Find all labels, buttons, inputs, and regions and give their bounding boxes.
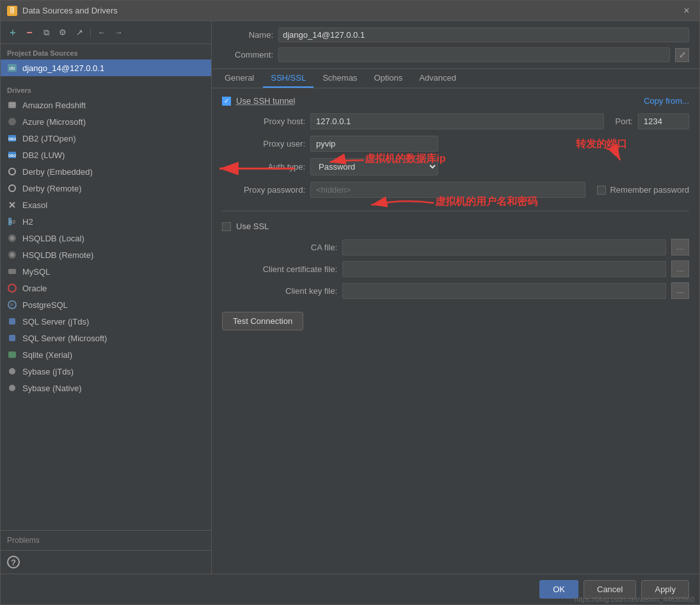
- ssl-label: Use SSL: [236, 222, 269, 231]
- client-cert-label: Client certificate file:: [222, 264, 337, 274]
- sybase-jtds-icon: [7, 366, 17, 376]
- sidebar-item-oracle[interactable]: Oracle: [1, 280, 211, 296]
- sidebar-item-db2-luw[interactable]: DB2 DB2 (LUW): [1, 147, 211, 163]
- sidebar-item-django[interactable]: db django_14@127.0.0.1: [1, 60, 211, 76]
- sidebar-item-derby-remote[interactable]: Derby (Remote): [1, 180, 211, 197]
- ca-file-row: CA file: …: [222, 239, 689, 255]
- h2-icon: H2: [7, 216, 17, 227]
- oracle-label: Oracle: [22, 284, 47, 293]
- svg-point-10: [9, 168, 15, 175]
- port-input[interactable]: [638, 113, 689, 129]
- amazon-redshift-label: Amazon Redshift: [22, 101, 86, 110]
- proxy-host-input[interactable]: [310, 113, 604, 129]
- sidebar-item-sybase-native[interactable]: Sybase (Native): [1, 380, 211, 396]
- forward-button[interactable]: →: [111, 26, 125, 40]
- sidebar-item-hsqldb-remote[interactable]: HSQLDB (Remote): [1, 246, 211, 263]
- back-button[interactable]: ←: [95, 26, 109, 40]
- client-cert-input[interactable]: [342, 261, 666, 277]
- sidebar-item-mysql[interactable]: MySQL: [1, 263, 211, 280]
- sidebar-item-db2-jtopen[interactable]: DB2 DB2 (JTOpen): [1, 130, 211, 147]
- ca-file-input[interactable]: [342, 239, 666, 255]
- oracle-icon: [7, 283, 17, 293]
- sidebar-item-postgresql[interactable]: P PostgreSQL: [1, 296, 211, 313]
- proxy-password-row: Proxy password: Remember password: [222, 182, 689, 198]
- ssh-section: Use SSH tunnel Copy from... Proxy host: …: [222, 96, 689, 198]
- sidebar-item-exasol[interactable]: Exasol: [1, 197, 211, 213]
- azure-icon: [7, 117, 17, 127]
- ok-button[interactable]: OK: [539, 580, 578, 599]
- sidebar-item-derby-embedded[interactable]: Derby (Embedded): [1, 163, 211, 180]
- sidebar-item-amazon-redshift[interactable]: Amazon Redshift: [1, 97, 211, 113]
- sidebar-item-sybase-jtds[interactable]: Sybase (jTds): [1, 363, 211, 380]
- svg-text:P: P: [10, 302, 13, 308]
- sidebar-item-sqlserver-microsoft[interactable]: SQL Server (Microsoft): [1, 330, 211, 346]
- client-key-label: Client key file:: [222, 286, 337, 296]
- expand-comment-button[interactable]: ⤢: [675, 48, 689, 62]
- remember-password-label: Remember password: [610, 185, 689, 195]
- url-watermark: https://blog.csdn.net/weixin_44630560: [575, 595, 699, 603]
- proxy-password-input[interactable]: [310, 182, 585, 198]
- copy-from-link[interactable]: Copy from...: [644, 96, 689, 106]
- proxy-user-row: Proxy user:: [222, 136, 689, 152]
- svg-text:DB2: DB2: [8, 154, 17, 157]
- sidebar-item-hsqldb-local[interactable]: HSQLDB (Local): [1, 230, 211, 246]
- form-header: Name: Comment: ⤢: [212, 21, 699, 69]
- derby-embedded-icon: [7, 166, 17, 177]
- ca-file-label: CA file:: [222, 243, 337, 252]
- svg-rect-25: [9, 335, 15, 341]
- add-datasource-button[interactable]: +: [6, 26, 20, 40]
- drivers-section: Drivers Amazon Redshift Azure (Microsoft…: [1, 81, 211, 396]
- remember-password-checkbox[interactable]: [597, 186, 606, 195]
- exasol-icon: [7, 200, 17, 210]
- client-key-input[interactable]: [342, 283, 666, 299]
- sidebar: + − ⧉ ⚙ ↗ ← →: [1, 21, 212, 574]
- toolbar-separator: [90, 28, 91, 38]
- svg-rect-2: [8, 102, 16, 108]
- sybase-native-icon: [7, 383, 17, 393]
- name-input[interactable]: [278, 28, 689, 42]
- copy-datasource-button[interactable]: ⧉: [39, 26, 53, 40]
- comment-input[interactable]: [278, 47, 670, 62]
- tab-schemas[interactable]: Schemas: [315, 69, 365, 88]
- title-bar-icon: 🗄: [7, 6, 17, 16]
- client-key-browse-button[interactable]: …: [671, 282, 689, 299]
- ssl-checkbox[interactable]: [222, 222, 231, 231]
- tab-advanced[interactable]: Advanced: [411, 69, 464, 88]
- proxy-user-input[interactable]: [310, 136, 438, 152]
- tab-general[interactable]: General: [217, 69, 262, 88]
- sidebar-item-azure[interactable]: Azure (Microsoft): [1, 113, 211, 130]
- ssl-header: Use SSL: [222, 222, 689, 231]
- db2-luw-icon: DB2: [7, 150, 17, 160]
- tabs: General SSH/SSL Schemas Options Advanced: [212, 69, 699, 88]
- postgresql-icon: P: [7, 300, 17, 310]
- sidebar-item-sqlserver-jtds[interactable]: SQL Server (jTds): [1, 313, 211, 330]
- tab-options[interactable]: Options: [366, 69, 410, 88]
- port-label: Port:: [616, 117, 633, 126]
- db2-jtopen-label: DB2 (JTOpen): [22, 134, 76, 143]
- close-button[interactable]: ×: [680, 4, 693, 17]
- proxy-password-label: Proxy password:: [222, 185, 305, 195]
- client-cert-browse-button[interactable]: …: [671, 261, 689, 277]
- sidebar-item-sqlite-xerial[interactable]: Sqlite (Xerial): [1, 346, 211, 363]
- auth-type-select[interactable]: Password Key pair: [310, 158, 438, 175]
- export-button[interactable]: ↗: [72, 26, 86, 40]
- help-button[interactable]: ?: [7, 556, 20, 569]
- remove-datasource-button[interactable]: −: [22, 26, 36, 40]
- ssh-title: Use SSH tunnel: [222, 96, 296, 106]
- comment-row: Comment: ⤢: [222, 47, 689, 62]
- sqlserver-microsoft-icon: [7, 333, 17, 343]
- test-connection-button[interactable]: Test Connection: [222, 312, 303, 330]
- hsqldb-local-label: HSQLDB (Local): [22, 234, 84, 243]
- datasource-icon: db: [7, 63, 17, 73]
- sidebar-item-h2[interactable]: H2 H2: [1, 213, 211, 230]
- svg-point-21: [8, 284, 16, 292]
- tab-sshssl[interactable]: SSH/SSL: [263, 69, 314, 88]
- svg-rect-24: [9, 318, 15, 325]
- exasol-label: Exasol: [22, 200, 47, 210]
- sqlite-xerial-icon: [7, 350, 17, 360]
- settings-button[interactable]: ⚙: [56, 26, 70, 40]
- ssh-tunnel-checkbox[interactable]: [222, 97, 231, 106]
- problems-label: Problems: [7, 536, 40, 545]
- ca-file-browse-button[interactable]: …: [671, 239, 689, 255]
- mysql-label: MySQL: [22, 267, 50, 277]
